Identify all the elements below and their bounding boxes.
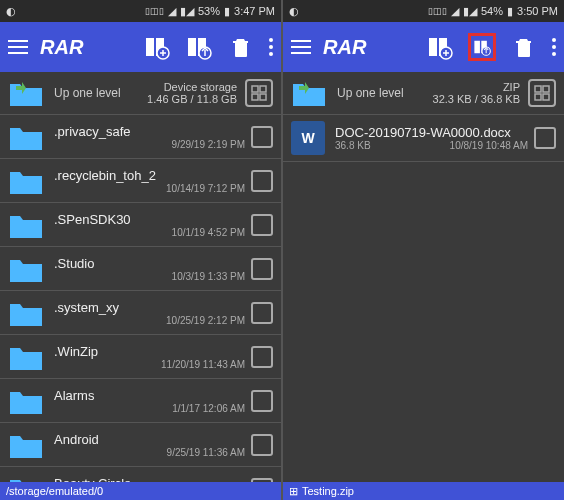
view-toggle-icon[interactable] bbox=[245, 79, 273, 107]
file-checkbox[interactable] bbox=[251, 302, 273, 324]
file-row[interactable]: .Studio 10/3/19 1:33 PM bbox=[0, 247, 281, 291]
storage-label: ZIP bbox=[503, 81, 520, 93]
file-checkbox[interactable] bbox=[251, 434, 273, 456]
svg-rect-9 bbox=[260, 94, 266, 100]
file-row[interactable]: .recyclebin_toh_2 10/14/19 7:12 PM bbox=[0, 159, 281, 203]
folder-up-icon bbox=[291, 78, 327, 108]
svg-rect-19 bbox=[543, 94, 549, 100]
delete-icon[interactable] bbox=[510, 33, 538, 61]
file-checkbox[interactable] bbox=[251, 214, 273, 236]
vibrate-icon: ▯◫▯ bbox=[428, 6, 447, 16]
add-archive-icon[interactable] bbox=[426, 33, 454, 61]
file-row[interactable]: .system_xy 10/25/19 2:12 PM bbox=[0, 291, 281, 335]
folder-icon bbox=[8, 342, 44, 372]
svg-rect-16 bbox=[535, 86, 541, 92]
file-checkbox[interactable] bbox=[534, 127, 556, 149]
extract-archive-icon[interactable] bbox=[185, 33, 213, 61]
delete-icon[interactable] bbox=[227, 33, 255, 61]
menu-icon[interactable] bbox=[291, 40, 311, 54]
file-row[interactable]: Beauty Circle 9/26/19 1:27 PM bbox=[0, 467, 281, 482]
file-list[interactable]: W DOC-20190719-WA0000.docx 36.8 KB 10/8/… bbox=[283, 115, 564, 482]
file-list[interactable]: .privacy_safe 9/29/19 2:19 PM .recyclebi… bbox=[0, 115, 281, 482]
file-checkbox[interactable] bbox=[251, 170, 273, 192]
menu-icon[interactable] bbox=[8, 40, 28, 54]
vibrate-icon: ▯◫▯ bbox=[145, 6, 164, 16]
storage-row[interactable]: Up one level Device storage 1.46 GB / 11… bbox=[0, 72, 281, 115]
svg-rect-10 bbox=[429, 38, 437, 56]
app-bar: RAR bbox=[283, 22, 564, 72]
file-date: 10/25/19 2:12 PM bbox=[166, 315, 245, 326]
battery-icon: ▮ bbox=[224, 5, 230, 18]
path-bar: /storage/emulated/0 bbox=[0, 482, 281, 500]
current-path: Testing.zip bbox=[302, 485, 354, 497]
storage-row[interactable]: Up one level ZIP 32.3 KB / 36.8 KB bbox=[283, 72, 564, 115]
folder-icon bbox=[8, 298, 44, 328]
file-date: 10/14/19 7:12 PM bbox=[166, 183, 245, 194]
more-icon[interactable] bbox=[269, 38, 273, 56]
file-date: 10/1/19 4:52 PM bbox=[172, 227, 245, 238]
more-icon[interactable] bbox=[552, 38, 556, 56]
file-date: 10/8/19 10:48 AM bbox=[450, 140, 528, 151]
app-bar: RAR bbox=[0, 22, 281, 72]
up-one-level: Up one level bbox=[337, 86, 404, 100]
current-path: /storage/emulated/0 bbox=[6, 485, 103, 497]
signal-icon: ▮◢ bbox=[180, 5, 194, 18]
file-name: .privacy_safe bbox=[54, 124, 245, 139]
battery-icon: ▮ bbox=[507, 5, 513, 18]
status-bar: ◐ ▯◫▯ ◢ ▮◢ 53% ▮ 3:47 PM bbox=[0, 0, 281, 22]
file-date: 1/1/17 12:06 AM bbox=[172, 403, 245, 414]
folder-icon bbox=[8, 210, 44, 240]
file-name: .system_xy bbox=[54, 300, 245, 315]
folder-icon bbox=[8, 474, 44, 483]
file-checkbox[interactable] bbox=[251, 390, 273, 412]
file-date: 9/29/19 2:19 PM bbox=[172, 139, 245, 150]
file-date: 10/3/19 1:33 PM bbox=[172, 271, 245, 282]
file-row[interactable]: .privacy_safe 9/29/19 2:19 PM bbox=[0, 115, 281, 159]
folder-icon bbox=[8, 386, 44, 416]
signal-icon: ▮◢ bbox=[463, 5, 477, 18]
view-toggle-icon[interactable] bbox=[528, 79, 556, 107]
svg-rect-0 bbox=[146, 38, 154, 56]
svg-rect-17 bbox=[543, 86, 549, 92]
file-row[interactable]: Android 9/25/19 11:36 AM bbox=[0, 423, 281, 467]
file-row[interactable]: .SPenSDK30 10/1/19 4:52 PM bbox=[0, 203, 281, 247]
app-indicator-icon: ◐ bbox=[6, 5, 16, 18]
extract-archive-icon[interactable] bbox=[468, 33, 496, 61]
storage-size: 1.46 GB / 11.8 GB bbox=[147, 93, 237, 105]
svg-rect-7 bbox=[260, 86, 266, 92]
file-date: 9/25/19 11:36 AM bbox=[167, 447, 245, 458]
file-checkbox[interactable] bbox=[251, 126, 273, 148]
battery-percent: 53% bbox=[198, 5, 220, 17]
folder-up-icon bbox=[8, 78, 44, 108]
word-doc-icon: W bbox=[291, 121, 325, 155]
svg-rect-3 bbox=[188, 38, 196, 56]
svg-rect-13 bbox=[474, 41, 480, 53]
wifi-icon: ◢ bbox=[168, 5, 176, 18]
up-one-level: Up one level bbox=[54, 86, 121, 100]
wifi-icon: ◢ bbox=[451, 5, 459, 18]
file-name: .recyclebin_toh_2 bbox=[54, 168, 245, 183]
svg-rect-18 bbox=[535, 94, 541, 100]
right-screen: ◐ ▯◫▯ ◢ ▮◢ 54% ▮ 3:50 PM RAR bbox=[283, 0, 564, 500]
battery-percent: 54% bbox=[481, 5, 503, 17]
folder-icon bbox=[8, 166, 44, 196]
app-title: RAR bbox=[40, 36, 131, 59]
file-name: DOC-20190719-WA0000.docx bbox=[335, 125, 528, 140]
file-checkbox[interactable] bbox=[251, 258, 273, 280]
add-archive-icon[interactable] bbox=[143, 33, 171, 61]
svg-rect-8 bbox=[252, 94, 258, 100]
file-name: .WinZip bbox=[54, 344, 245, 359]
file-name: Alarms bbox=[54, 388, 245, 403]
file-name: .SPenSDK30 bbox=[54, 212, 245, 227]
left-screen: ◐ ▯◫▯ ◢ ▮◢ 53% ▮ 3:47 PM RAR bbox=[0, 0, 281, 500]
folder-icon bbox=[8, 430, 44, 460]
file-checkbox[interactable] bbox=[251, 346, 273, 368]
file-row[interactable]: W DOC-20190719-WA0000.docx 36.8 KB 10/8/… bbox=[283, 115, 564, 162]
storage-label: Device storage bbox=[164, 81, 237, 93]
path-icon: ⊞ bbox=[289, 485, 298, 498]
file-row[interactable]: Alarms 1/1/17 12:06 AM bbox=[0, 379, 281, 423]
file-name: .Studio bbox=[54, 256, 245, 271]
file-row[interactable]: .WinZip 11/20/19 11:43 AM bbox=[0, 335, 281, 379]
clock: 3:50 PM bbox=[517, 5, 558, 17]
file-size: 36.8 KB bbox=[335, 140, 371, 151]
